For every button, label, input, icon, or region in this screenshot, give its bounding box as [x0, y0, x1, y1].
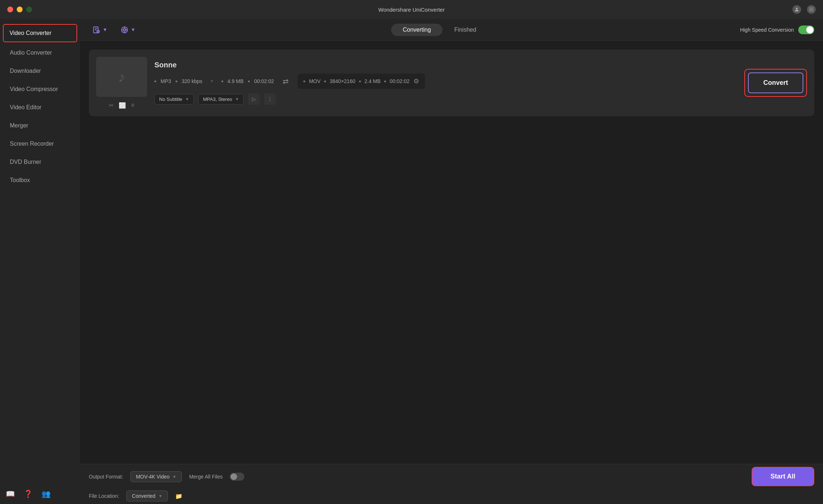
thumbnail-tools: ✂ ⬜ ≡ [96, 102, 147, 109]
out-dot2 [324, 80, 326, 82]
cut-icon[interactable]: ✂ [109, 102, 114, 109]
source-size: 4.9 MB [228, 78, 244, 84]
svg-rect-1 [809, 8, 814, 8]
bottom-row-format: Output Format: MOV-4K Video ▼ Merge All … [89, 467, 814, 486]
sidebar-item-video-converter[interactable]: Video Converter [3, 24, 77, 42]
file-area: ♪ ✂ ⬜ ≡ Sonne MP3 32 [80, 41, 823, 464]
location-chevron: ▼ [158, 494, 162, 498]
svg-point-7 [123, 29, 126, 31]
file-info: Sonne MP3 320 kbps ▼ 4.9 MB 00:02:02 ⇄ [154, 61, 737, 105]
add-file-button[interactable]: ▼ [89, 24, 111, 36]
users-icon[interactable]: 👥 [42, 489, 51, 498]
dot2 [176, 80, 177, 82]
audio-chevron: ▼ [235, 97, 239, 101]
output-meta-row: MOV 3840×2160 2.4 MB 00:02:02 ⚙ [298, 74, 425, 89]
sidebar-item-dvd-burner[interactable]: DVD Burner [0, 153, 80, 171]
preview-icon[interactable]: ▷ [248, 93, 260, 105]
output-format-label: Output Format: [89, 474, 123, 480]
out-dot3 [359, 80, 361, 82]
sidebar-item-video-editor[interactable]: Video Editor [0, 98, 80, 117]
window-controls [7, 7, 32, 12]
format-chevron: ▼ [173, 475, 177, 479]
output-duration: 00:02:02 [390, 78, 410, 84]
crop-icon[interactable]: ⬜ [119, 102, 126, 109]
main-layout: Video Converter Audio Converter Download… [0, 19, 823, 504]
out-dot4 [384, 80, 386, 82]
sidebar: Video Converter Audio Converter Download… [0, 19, 80, 504]
dot1 [154, 80, 156, 82]
merge-label: Merge All Files [189, 474, 223, 480]
add-format-chevron: ▼ [131, 27, 135, 32]
tab-converting[interactable]: Converting [391, 24, 442, 36]
close-button[interactable] [7, 7, 13, 12]
toolbar: ▼ ▼ Converting Finished [80, 19, 823, 41]
file-name: Sonne [154, 61, 737, 69]
high-speed-label: High Speed Conversion [740, 27, 794, 33]
file-bottom-row: No Subtitle ▼ MPA3, Stereo ▼ ▷ ⋮ [154, 93, 737, 105]
convert-arrow-icon: ⇄ [283, 77, 289, 86]
music-note-icon: ♪ [118, 69, 125, 85]
minimize-button[interactable] [17, 7, 23, 12]
tab-group: Converting Finished [145, 24, 734, 36]
high-speed-toggle[interactable] [798, 25, 814, 34]
sidebar-item-audio-converter[interactable]: Audio Converter [0, 44, 80, 62]
sidebar-item-merger[interactable]: Merger [0, 117, 80, 135]
bookmarks-icon[interactable]: 📖 [6, 489, 15, 498]
source-duration: 00:02:02 [254, 78, 274, 84]
sidebar-item-screen-recorder[interactable]: Screen Recorder [0, 135, 80, 153]
sidebar-item-downloader[interactable]: Downloader [0, 62, 80, 80]
location-select[interactable]: Converted ▼ [126, 491, 168, 501]
bottom-bar: Output Format: MOV-4K Video ▼ Merge All … [80, 464, 823, 504]
content-area: ▼ ▼ Converting Finished [80, 19, 823, 504]
thumbnail-wrap: ♪ ✂ ⬜ ≡ [96, 57, 147, 109]
output-resolution: 3840×2160 [330, 78, 355, 84]
add-format-button[interactable]: ▼ [117, 24, 139, 36]
convert-button[interactable]: Convert [748, 72, 803, 93]
titlebar-right [792, 5, 816, 14]
svg-point-0 [796, 8, 798, 9]
out-dot1 [303, 80, 305, 82]
settings-icon[interactable]: ⚙ [413, 77, 419, 85]
audio-select[interactable]: MPA3, Stereo ▼ [198, 94, 244, 105]
subtitle-select[interactable]: No Subtitle ▼ [154, 94, 194, 105]
source-meta-row: MP3 320 kbps ▼ 4.9 MB 00:02:02 ⇄ [154, 74, 737, 89]
file-card: ♪ ✂ ⬜ ≡ Sonne MP3 32 [89, 50, 814, 116]
sidebar-bottom: 📖 ❓ 👥 [0, 484, 80, 504]
title-bar: Wondershare UniConverter [0, 0, 823, 19]
help-icon[interactable]: ❓ [24, 489, 33, 498]
merge-toggle[interactable] [230, 473, 244, 481]
toolbar-right: High Speed Conversion [740, 25, 814, 34]
maximize-button[interactable] [26, 7, 32, 12]
bottom-row-location: File Location: Converted ▼ 📁 [89, 491, 814, 501]
more-icon[interactable]: ⋮ [264, 93, 276, 105]
dot4 [248, 80, 250, 82]
svg-rect-3 [809, 11, 814, 11]
app-title: Wondershare UniConverter [378, 7, 445, 13]
effect-icon[interactable]: ≡ [131, 102, 134, 109]
profile-icon[interactable] [792, 5, 801, 14]
folder-icon[interactable]: 📁 [175, 493, 182, 500]
format-select[interactable]: MOV-4K Video ▼ [130, 471, 182, 482]
tab-finished[interactable]: Finished [442, 24, 488, 36]
sidebar-item-toolbox[interactable]: Toolbox [0, 171, 80, 189]
source-format: MP3 [161, 78, 171, 84]
output-size: 2.4 MB [365, 78, 381, 84]
subtitle-chevron: ▼ [185, 97, 189, 101]
start-all-button[interactable]: Start All [752, 467, 814, 486]
dot3 [221, 80, 223, 82]
source-bitrate: 320 kbps [182, 78, 202, 84]
menu-icon[interactable] [807, 5, 816, 14]
output-format: MOV [309, 78, 320, 84]
file-thumbnail: ♪ [96, 57, 147, 97]
svg-rect-2 [809, 9, 814, 9]
convert-button-wrap: Convert [744, 69, 807, 97]
sidebar-item-video-compressor[interactable]: Video Compressor [0, 80, 80, 98]
add-file-chevron: ▼ [103, 27, 107, 32]
file-location-label: File Location: [89, 493, 119, 499]
